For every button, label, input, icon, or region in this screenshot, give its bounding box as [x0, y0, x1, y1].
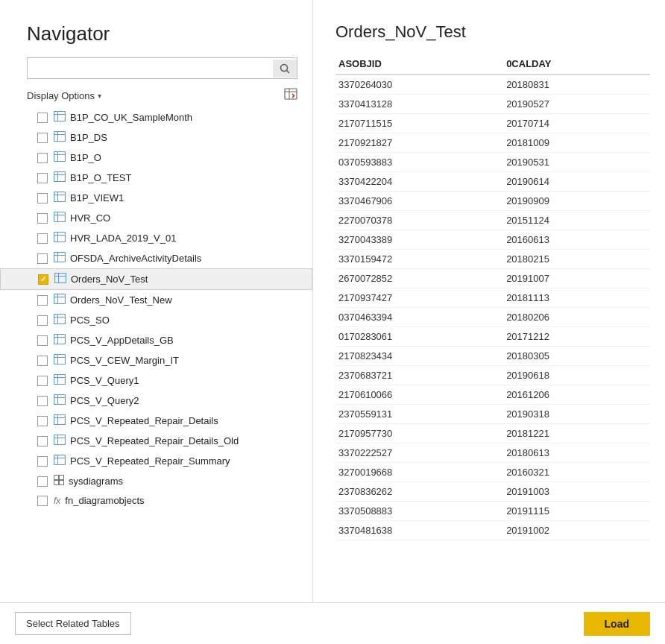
item-checkbox[interactable] — [37, 253, 48, 264]
item-checkbox[interactable] — [38, 274, 48, 285]
item-checkbox[interactable] — [37, 356, 48, 366]
table-cell: 3270019668 — [335, 463, 503, 482]
svg-rect-29 — [55, 274, 66, 283]
right-panel: Orders_NoV_Test ASOBJID0CALDAY 337026403… — [313, 0, 665, 644]
list-item[interactable]: PCS_V_Query1 — [0, 370, 312, 391]
table-icon — [54, 212, 66, 224]
item-label: B1P_CO_UK_SampleMonth — [70, 112, 192, 123]
table-icon-button[interactable] — [284, 88, 297, 103]
item-checkbox[interactable] — [37, 456, 48, 467]
list-item[interactable]: B1P_DS — [0, 127, 312, 148]
table-row: 037046339420180206 — [335, 308, 650, 327]
item-checkbox[interactable] — [37, 376, 48, 386]
list-item[interactable]: PCS_V_Repeated_Repair_Summary — [0, 451, 312, 471]
svg-rect-11 — [54, 152, 66, 162]
svg-rect-35 — [54, 315, 66, 324]
item-label: B1P_VIEW1 — [70, 192, 124, 203]
table-row: 237055913120190318 — [335, 405, 650, 424]
item-checkbox[interactable] — [37, 153, 48, 163]
svg-rect-41 — [54, 355, 66, 364]
table-cell: 2370836262 — [335, 482, 503, 502]
svg-rect-32 — [54, 294, 66, 304]
list-item[interactable]: OFSDA_ArchiveActivityDetails — [0, 248, 312, 268]
table-cell: 2170610066 — [335, 385, 503, 405]
item-label: Orders_NoV_Test — [71, 274, 148, 285]
table-cell: 20191002 — [503, 521, 650, 540]
list-item[interactable]: PCS_V_Repeated_Repair_Details — [0, 411, 312, 431]
item-label: PCS_V_Repeated_Repair_Details — [70, 415, 218, 426]
column-header: ASOBJID — [335, 54, 503, 75]
table-row: 337015947220180215 — [335, 250, 650, 269]
list-item[interactable]: B1P_O_TEST — [0, 168, 312, 188]
list-item[interactable]: PCS_V_AppDetails_GB — [0, 330, 312, 350]
display-options-button[interactable]: Display Options ▾ — [27, 90, 101, 101]
select-related-button[interactable]: Select Related Tables — [15, 612, 131, 635]
svg-rect-26 — [54, 253, 66, 262]
item-label: Orders_NoV_Test_New — [70, 294, 172, 306]
table-row: 327004338920160613 — [335, 230, 650, 250]
list-item[interactable]: B1P_O — [0, 148, 312, 168]
list-item[interactable]: HVR_CO — [0, 208, 312, 228]
item-checkbox[interactable] — [37, 476, 48, 487]
table-cell: 20181221 — [503, 424, 650, 443]
list-item[interactable]: PCS_V_Query2 — [0, 391, 312, 411]
item-label: HVR_CO — [70, 212, 110, 224]
load-button[interactable]: Load — [584, 612, 650, 636]
search-button[interactable] — [273, 60, 297, 78]
item-checkbox[interactable] — [37, 213, 48, 224]
item-checkbox[interactable] — [37, 396, 48, 406]
table-cell: 20161206 — [503, 385, 650, 405]
table-row: 337026403020180831 — [335, 75, 650, 95]
table-row: 337041312820190527 — [335, 95, 650, 114]
item-checkbox[interactable] — [37, 173, 48, 183]
list-item[interactable]: Orders_NoV_Test_New — [0, 290, 312, 310]
table-cell: 20160613 — [503, 230, 650, 250]
table-cell: 0370463394 — [335, 308, 503, 327]
svg-rect-8 — [54, 132, 66, 142]
svg-rect-61 — [54, 481, 59, 485]
item-checkbox[interactable] — [37, 295, 48, 306]
navigator-title: Navigator — [0, 0, 312, 57]
list-item[interactable]: PCS_V_Repeated_Repair_Details_Old — [0, 431, 312, 451]
table-cell: 20170714 — [503, 114, 650, 133]
item-checkbox[interactable] — [37, 113, 48, 123]
table-cell: 2370559131 — [335, 405, 503, 424]
svg-rect-5 — [54, 112, 66, 121]
table-cell: 20190909 — [503, 192, 650, 211]
list-item[interactable]: fxfn_diagramobjects — [0, 491, 312, 510]
table-cell: 3270043389 — [335, 230, 503, 250]
item-label: PCS_V_Repeated_Repair_Summary — [70, 455, 230, 467]
item-label: PCS_V_Query1 — [70, 375, 139, 386]
list-item[interactable]: sysdiagrams — [0, 471, 312, 491]
item-checkbox[interactable] — [37, 416, 48, 426]
item-checkbox[interactable] — [37, 233, 48, 244]
table-cell: 20160321 — [503, 463, 650, 482]
table-cell: 20151124 — [503, 211, 650, 230]
table-icon — [54, 294, 66, 306]
item-label: B1P_O_TEST — [70, 172, 131, 183]
table-cell: 20191007 — [503, 269, 650, 288]
item-label: PCS_V_Repeated_Repair_Details_Old — [70, 435, 239, 446]
table-cell: 20191003 — [503, 482, 650, 502]
item-checkbox[interactable] — [37, 436, 48, 446]
item-checkbox[interactable] — [37, 315, 48, 326]
item-checkbox[interactable] — [37, 133, 48, 143]
search-input[interactable] — [28, 58, 273, 78]
list-item[interactable]: Orders_NoV_Test — [0, 268, 312, 290]
list-item[interactable]: PCS_SO — [0, 310, 312, 330]
list-item[interactable]: PCS_V_CEW_Margin_IT — [0, 350, 312, 370]
search-icon — [280, 63, 290, 74]
fx-icon: fx — [54, 496, 60, 506]
list-item[interactable]: B1P_VIEW1 — [0, 188, 312, 208]
display-options-row: Display Options ▾ — [0, 86, 312, 107]
table-cell: 2170823434 — [335, 347, 503, 366]
item-checkbox[interactable] — [37, 193, 48, 203]
list-item[interactable]: HVR_LADA_2019_V_01 — [0, 228, 312, 248]
table-cell: 20181113 — [503, 288, 650, 308]
list-item[interactable]: B1P_CO_UK_SampleMonth — [0, 107, 312, 127]
table-cell: 3370413128 — [335, 95, 503, 114]
item-label: PCS_V_AppDetails_GB — [70, 335, 174, 346]
item-checkbox[interactable] — [37, 335, 48, 346]
preview-table: ASOBJID0CALDAY 3370264030201808313370413… — [335, 54, 650, 540]
item-checkbox[interactable] — [37, 496, 48, 506]
